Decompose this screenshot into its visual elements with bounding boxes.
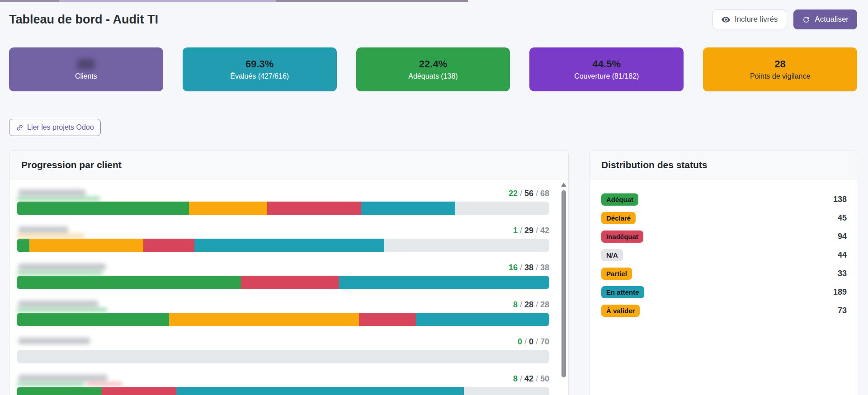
eye-icon (721, 15, 731, 24)
client-stat-done: 16 (509, 263, 518, 272)
client-rows: 22 / 56 / 68 1 / 29 / 42 16 / 38 / 38 (17, 188, 549, 395)
kpi-value: 22.4% (419, 58, 447, 70)
status-count: 44 (838, 250, 847, 260)
status-badge: En attente (601, 286, 644, 298)
status-badge: À valider (601, 305, 640, 317)
header-actions: Inclure livrés Actualiser (712, 9, 857, 29)
status-row: Inadéquat 94 (601, 227, 847, 246)
progression-panel-title: Progression par client (9, 151, 568, 179)
client-stats: 1 / 29 / 42 (513, 226, 549, 235)
client-stat-total: 68 (540, 189, 549, 198)
client-row: 16 / 38 / 38 (17, 262, 549, 289)
client-stat-total: 38 (540, 263, 549, 272)
refresh-icon (802, 15, 811, 24)
client-name-blurred (17, 299, 102, 311)
kpi-card: 69.3% Évalués (427/616) (183, 47, 337, 91)
kpi-label: Points de vigilance (750, 72, 810, 80)
page-title: Tableau de bord - Audit TI (9, 13, 158, 27)
status-row: Déclaré 45 (601, 209, 847, 227)
client-progress-bar (17, 202, 549, 215)
vertical-scrollbar[interactable] (561, 183, 566, 395)
kpi-value (77, 58, 95, 70)
client-progress-bar (17, 276, 549, 289)
status-distribution-panel-title: Distribution des statuts (590, 151, 857, 179)
kpi-label: Évalués (427/616) (230, 72, 289, 80)
client-stats: 8 / 28 / 28 (513, 300, 549, 310)
status-count: 45 (838, 213, 847, 223)
client-stat-done: 22 (509, 189, 518, 198)
status-row: Adéquat 138 (601, 190, 847, 209)
refresh-button[interactable]: Actualiser (793, 9, 857, 29)
status-row: Partiel 33 (601, 264, 847, 283)
client-stats: 22 / 56 / 68 (509, 189, 549, 198)
client-progress-bar (17, 350, 549, 363)
status-badge: Partiel (601, 268, 632, 280)
client-stat-done: 8 (513, 374, 518, 383)
client-name-blurred (17, 373, 111, 385)
status-badge: Inadéquat (601, 230, 643, 243)
client-progress-bar (17, 239, 549, 252)
link-odoo-projects-label: Lier les projets Odoo (27, 123, 94, 132)
kpi-card: Clients (9, 47, 163, 91)
top-strip (0, 0, 868, 2)
client-stat-evaluated: 56 (524, 189, 533, 198)
client-row: 0 / 0 / 70 (17, 336, 549, 363)
client-stats: 8 / 42 / 50 (513, 374, 549, 384)
client-progress-bar (17, 387, 549, 395)
client-stats: 16 / 38 / 38 (509, 263, 549, 273)
page-header: Tableau de bord - Audit TI Inclure livré… (0, 0, 868, 29)
client-stat-total: 70 (540, 337, 549, 346)
link-odoo-projects-button[interactable]: Lier les projets Odoo (9, 119, 101, 136)
kpi-label: Adéquats (138) (408, 72, 458, 80)
scrollbar-up-arrow-icon[interactable] (561, 183, 566, 187)
client-stats: 0 / 0 / 70 (518, 337, 549, 347)
kpi-label: Clients (75, 72, 97, 80)
kpi-value: 44.5% (593, 58, 621, 70)
kpi-card: 22.4% Adéquats (138) (356, 47, 510, 91)
status-row: N/A 44 (601, 246, 847, 264)
client-name-blurred (17, 262, 109, 274)
include-delivered-label: Inclure livrés (735, 15, 778, 24)
link-icon (14, 122, 25, 133)
kpi-label: Couverture (81/182) (574, 72, 639, 80)
progression-panel-body: 22 / 56 / 68 1 / 29 / 42 16 / 38 / 38 (9, 179, 568, 395)
status-badge: N/A (601, 249, 623, 261)
include-delivered-button[interactable]: Inclure livrés (712, 9, 786, 29)
status-row: En attente 189 (601, 283, 847, 301)
status-count: 189 (833, 287, 847, 297)
client-stat-total: 50 (540, 374, 549, 383)
main-content: Progression par client 22 / 56 / 68 1 / … (9, 150, 857, 395)
client-stat-total: 42 (540, 226, 549, 235)
client-name-blurred (17, 188, 89, 200)
client-stat-evaluated: 29 (524, 226, 533, 235)
link-row: Lier les projets Odoo (9, 119, 868, 136)
status-list: Adéquat 138 Déclaré 45 Inadéquat 94 N/A … (590, 179, 857, 320)
status-count: 73 (838, 306, 847, 315)
status-badge: Déclaré (601, 212, 636, 224)
progression-panel: Progression par client 22 / 56 / 68 1 / … (9, 150, 569, 395)
client-stat-evaluated: 28 (524, 300, 533, 309)
client-stat-evaluated: 38 (524, 263, 533, 272)
status-count: 33 (838, 269, 847, 278)
refresh-label: Actualiser (815, 15, 849, 24)
status-badge: Adéquat (601, 193, 638, 206)
client-row: 8 / 42 / 50 (17, 373, 549, 395)
client-name-blurred (17, 336, 94, 348)
client-row: 8 / 28 / 28 (17, 299, 549, 326)
client-stat-done: 8 (513, 300, 518, 309)
status-row: À valider 73 (601, 301, 847, 320)
status-count: 138 (833, 195, 847, 204)
client-stat-evaluated: 42 (524, 374, 533, 383)
status-count: 94 (838, 232, 847, 241)
client-progress-bar (17, 313, 549, 326)
client-stat-done: 1 (513, 226, 518, 235)
client-row: 22 / 56 / 68 (17, 188, 549, 215)
kpi-card: 28 Points de vigilance (703, 47, 857, 91)
kpi-row: Clients 69.3% Évalués (427/616) 22.4% Ad… (9, 47, 857, 91)
kpi-value: 69.3% (245, 58, 274, 70)
client-stat-total: 28 (540, 300, 549, 309)
client-stat-evaluated: 0 (529, 337, 533, 346)
kpi-card: 44.5% Couverture (81/182) (529, 47, 684, 91)
scrollbar-thumb[interactable] (561, 190, 566, 377)
client-row: 1 / 29 / 42 (17, 225, 549, 252)
